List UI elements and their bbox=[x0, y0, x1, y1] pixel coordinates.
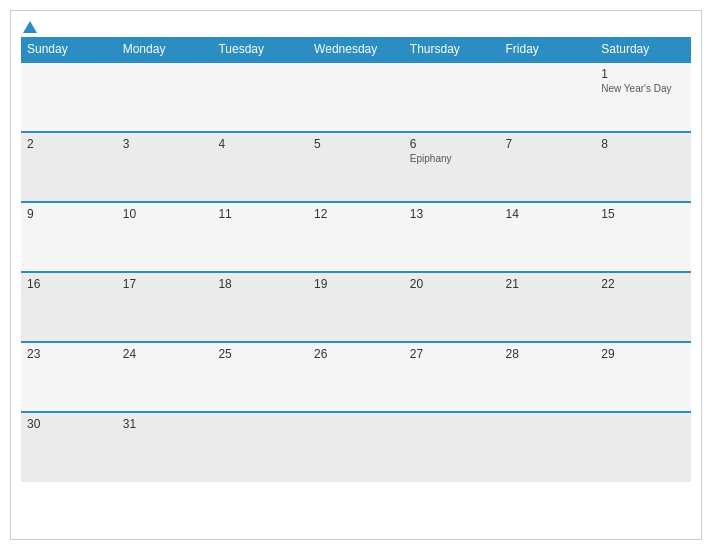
day-event: New Year's Day bbox=[601, 83, 685, 94]
day-number: 25 bbox=[218, 347, 302, 361]
calendar-cell bbox=[308, 412, 404, 482]
day-number: 13 bbox=[410, 207, 494, 221]
day-number: 21 bbox=[506, 277, 590, 291]
calendar-cell: 2 bbox=[21, 132, 117, 202]
calendar-cell bbox=[212, 412, 308, 482]
weekday-header-monday: Monday bbox=[117, 37, 213, 62]
day-number: 3 bbox=[123, 137, 207, 151]
calendar-cell: 6Epiphany bbox=[404, 132, 500, 202]
calendar-week-row: 23456Epiphany78 bbox=[21, 132, 691, 202]
day-number: 10 bbox=[123, 207, 207, 221]
calendar-week-row: 23242526272829 bbox=[21, 342, 691, 412]
day-number: 19 bbox=[314, 277, 398, 291]
day-number: 1 bbox=[601, 67, 685, 81]
day-number: 16 bbox=[27, 277, 111, 291]
calendar-header: SundayMondayTuesdayWednesdayThursdayFrid… bbox=[21, 37, 691, 62]
day-number: 18 bbox=[218, 277, 302, 291]
weekday-header-wednesday: Wednesday bbox=[308, 37, 404, 62]
day-number: 26 bbox=[314, 347, 398, 361]
calendar-cell: 27 bbox=[404, 342, 500, 412]
calendar-cell: 30 bbox=[21, 412, 117, 482]
calendar-cell bbox=[117, 62, 213, 132]
calendar-cell: 23 bbox=[21, 342, 117, 412]
calendar-cell: 10 bbox=[117, 202, 213, 272]
calendar-cell bbox=[595, 412, 691, 482]
calendar-cell: 19 bbox=[308, 272, 404, 342]
day-number: 23 bbox=[27, 347, 111, 361]
calendar-cell bbox=[212, 62, 308, 132]
day-number: 12 bbox=[314, 207, 398, 221]
calendar-cell: 12 bbox=[308, 202, 404, 272]
calendar-cell: 31 bbox=[117, 412, 213, 482]
day-number: 7 bbox=[506, 137, 590, 151]
logo bbox=[21, 21, 37, 33]
day-number: 20 bbox=[410, 277, 494, 291]
day-number: 8 bbox=[601, 137, 685, 151]
calendar-cell: 4 bbox=[212, 132, 308, 202]
day-number: 4 bbox=[218, 137, 302, 151]
calendar-cell bbox=[500, 62, 596, 132]
calendar-cell: 13 bbox=[404, 202, 500, 272]
weekday-header-tuesday: Tuesday bbox=[212, 37, 308, 62]
header-section bbox=[21, 21, 691, 33]
calendar-cell: 8 bbox=[595, 132, 691, 202]
calendar-cell bbox=[404, 412, 500, 482]
calendar-cell bbox=[21, 62, 117, 132]
calendar-cell: 15 bbox=[595, 202, 691, 272]
calendar-cell: 21 bbox=[500, 272, 596, 342]
calendar-week-row: 9101112131415 bbox=[21, 202, 691, 272]
calendar-body: 1New Year's Day23456Epiphany789101112131… bbox=[21, 62, 691, 482]
day-number: 6 bbox=[410, 137, 494, 151]
day-number: 22 bbox=[601, 277, 685, 291]
day-number: 29 bbox=[601, 347, 685, 361]
logo-triangle-icon bbox=[23, 21, 37, 33]
day-number: 2 bbox=[27, 137, 111, 151]
day-number: 11 bbox=[218, 207, 302, 221]
day-number: 27 bbox=[410, 347, 494, 361]
day-number: 28 bbox=[506, 347, 590, 361]
calendar-cell: 28 bbox=[500, 342, 596, 412]
weekday-header-saturday: Saturday bbox=[595, 37, 691, 62]
day-number: 14 bbox=[506, 207, 590, 221]
calendar-cell: 9 bbox=[21, 202, 117, 272]
calendar-cell: 22 bbox=[595, 272, 691, 342]
calendar-cell: 3 bbox=[117, 132, 213, 202]
day-number: 17 bbox=[123, 277, 207, 291]
calendar-cell: 29 bbox=[595, 342, 691, 412]
calendar-cell: 5 bbox=[308, 132, 404, 202]
weekday-header-friday: Friday bbox=[500, 37, 596, 62]
calendar-week-row: 1New Year's Day bbox=[21, 62, 691, 132]
calendar-cell: 14 bbox=[500, 202, 596, 272]
day-number: 5 bbox=[314, 137, 398, 151]
calendar-cell bbox=[404, 62, 500, 132]
day-number: 15 bbox=[601, 207, 685, 221]
day-number: 9 bbox=[27, 207, 111, 221]
calendar-cell bbox=[500, 412, 596, 482]
calendar-week-row: 3031 bbox=[21, 412, 691, 482]
calendar-week-row: 16171819202122 bbox=[21, 272, 691, 342]
weekday-header-row: SundayMondayTuesdayWednesdayThursdayFrid… bbox=[21, 37, 691, 62]
day-number: 24 bbox=[123, 347, 207, 361]
logo-row bbox=[21, 21, 37, 33]
weekday-header-sunday: Sunday bbox=[21, 37, 117, 62]
calendar-cell: 24 bbox=[117, 342, 213, 412]
calendar-cell: 11 bbox=[212, 202, 308, 272]
weekday-header-thursday: Thursday bbox=[404, 37, 500, 62]
calendar-cell: 17 bbox=[117, 272, 213, 342]
day-event: Epiphany bbox=[410, 153, 494, 164]
day-number: 30 bbox=[27, 417, 111, 431]
calendar-wrapper: SundayMondayTuesdayWednesdayThursdayFrid… bbox=[10, 10, 702, 540]
calendar-cell: 7 bbox=[500, 132, 596, 202]
calendar-cell: 25 bbox=[212, 342, 308, 412]
calendar-cell: 1New Year's Day bbox=[595, 62, 691, 132]
calendar-cell: 18 bbox=[212, 272, 308, 342]
calendar-table: SundayMondayTuesdayWednesdayThursdayFrid… bbox=[21, 37, 691, 482]
calendar-cell: 16 bbox=[21, 272, 117, 342]
calendar-cell: 20 bbox=[404, 272, 500, 342]
day-number: 31 bbox=[123, 417, 207, 431]
calendar-cell: 26 bbox=[308, 342, 404, 412]
calendar-cell bbox=[308, 62, 404, 132]
